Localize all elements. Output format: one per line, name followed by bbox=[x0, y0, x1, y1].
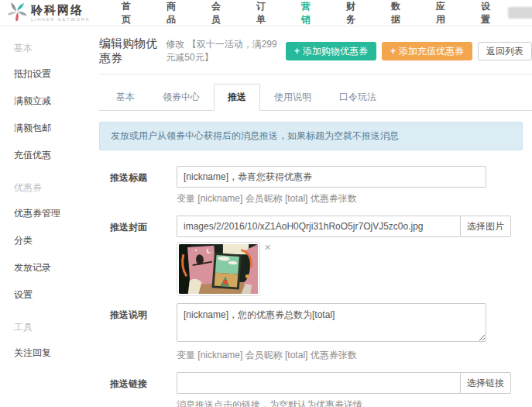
user-name-redacted bbox=[508, 7, 532, 19]
push-cover-label: 推送封面 bbox=[110, 216, 177, 303]
add-shopping-coupon-label: 添加购物优惠券 bbox=[303, 45, 368, 58]
add-recharge-coupon-button[interactable]: + 添加充值优惠券 bbox=[382, 42, 472, 60]
sidebar-item-issue-records[interactable]: 发放记录 bbox=[14, 254, 87, 281]
user-menu[interactable]: ▾ bbox=[508, 7, 532, 19]
brand-logo[interactable]: 聆科网络 LINKER NETWORK bbox=[8, 2, 104, 23]
remove-image-icon[interactable]: ✕ bbox=[264, 242, 271, 252]
sidebar-item-follow-reply[interactable]: 关注回复 bbox=[14, 340, 87, 367]
top-navbar: 聆科网络 LINKER NETWORK 首页 商品 会员 订单 营销 财务 数据… bbox=[0, 0, 532, 26]
coupon-tabs: 基本 领券中心 推送 使用说明 口令玩法 bbox=[99, 84, 532, 111]
sidebar-section-basic: 基本 bbox=[14, 42, 87, 55]
page-header: 编辑购物优惠券 修改 【双十一活动，满299元减50元】 + 添加购物优惠券 +… bbox=[99, 26, 532, 74]
push-settings-form: 推送标题 变量 [nickname] 会员昵称 [total] 优惠券张数 推送… bbox=[99, 166, 532, 407]
sidebar-item-coupon-management[interactable]: 优惠券管理 bbox=[14, 200, 87, 227]
tab-coupon-center[interactable]: 领券中心 bbox=[149, 84, 214, 111]
plus-icon: + bbox=[294, 46, 300, 57]
push-desc-textarea[interactable]: [nickname]，您的优惠券总数为[total] bbox=[177, 303, 486, 342]
add-shopping-coupon-button[interactable]: + 添加购物优惠券 bbox=[286, 42, 376, 60]
info-alert: 发放或用户从领券中心获得后的消息推送，如果标题为空就不推送消息 bbox=[99, 122, 523, 150]
push-title-label: 推送标题 bbox=[110, 166, 177, 216]
tab-basic[interactable]: 基本 bbox=[102, 84, 149, 111]
cover-image-preview[interactable] bbox=[177, 242, 260, 296]
sidebar: 基本 抵扣设置 满额立减 满额包邮 充值优惠 优惠券 优惠券管理 分类 发放记录… bbox=[0, 26, 87, 406]
push-desc-help: 变量 [nickname] 会员昵称 [total] 优惠券张数 bbox=[177, 349, 486, 362]
header-divider bbox=[99, 74, 532, 74]
brand-subtitle: LINKER NETWORK bbox=[31, 17, 90, 22]
push-desc-label: 推送说明 bbox=[110, 303, 177, 372]
add-recharge-coupon-label: 添加充值优惠券 bbox=[399, 45, 464, 58]
push-link-label: 推送链接 bbox=[110, 372, 177, 407]
tab-password-play[interactable]: 口令玩法 bbox=[325, 84, 390, 111]
sidebar-section-tools: 工具 bbox=[14, 321, 87, 334]
push-link-help: 消息推送点击的链接，为空默认为优惠券详情 bbox=[177, 398, 511, 407]
tab-instructions[interactable]: 使用说明 bbox=[260, 84, 325, 111]
plus-icon: + bbox=[390, 46, 396, 57]
cover-illustration bbox=[179, 244, 258, 294]
tab-push[interactable]: 推送 bbox=[214, 84, 260, 111]
push-link-input[interactable] bbox=[177, 372, 460, 394]
push-title-help: 变量 [nickname] 会员昵称 [total] 优惠券张数 bbox=[177, 192, 486, 205]
sidebar-item-recharge-offer[interactable]: 充值优惠 bbox=[14, 142, 87, 169]
push-title-input[interactable] bbox=[177, 166, 486, 188]
main-content: 编辑购物优惠券 修改 【双十一活动，满299元减50元】 + 添加购物优惠券 +… bbox=[87, 26, 532, 406]
back-to-list-button-top[interactable]: 返回列表 bbox=[478, 42, 532, 60]
page-subtitle: 修改 【双十一活动，满299元减50元】 bbox=[166, 38, 286, 64]
select-image-button[interactable]: 选择图片 bbox=[460, 216, 511, 237]
sidebar-item-settings[interactable]: 设置 bbox=[14, 281, 87, 309]
sidebar-item-deduction-settings[interactable]: 抵扣设置 bbox=[14, 60, 87, 88]
page-title: 编辑购物优惠券 bbox=[99, 36, 160, 66]
push-cover-input[interactable] bbox=[177, 216, 460, 237]
select-link-button[interactable]: 选择链接 bbox=[460, 372, 511, 394]
sidebar-section-coupon: 优惠券 bbox=[14, 181, 87, 195]
sidebar-item-full-free-shipping[interactable]: 满额包邮 bbox=[14, 115, 87, 142]
brand-pinwheel-icon bbox=[8, 2, 26, 23]
sidebar-item-full-discount[interactable]: 满额立减 bbox=[14, 88, 87, 115]
sidebar-item-categories[interactable]: 分类 bbox=[14, 227, 87, 254]
brand-name: 聆科网络 bbox=[31, 4, 90, 16]
